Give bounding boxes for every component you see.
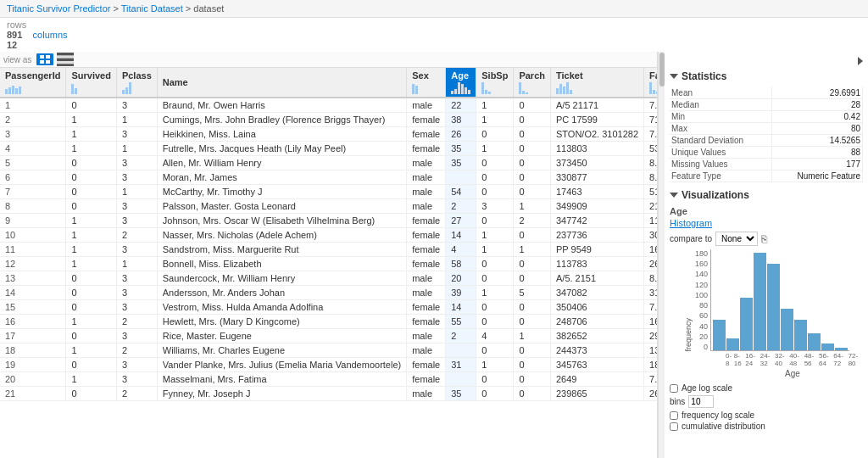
table-cell: 17463	[550, 185, 643, 199]
table-cell: 350406	[550, 300, 643, 315]
table-cell: 8.05	[644, 156, 658, 170]
table-cell: 58	[446, 257, 476, 271]
table-cell: Nasser, Mrs. Nicholas (Adele Achem)	[157, 228, 406, 243]
table-cell: Masselmani, Mrs. Fatima	[157, 372, 406, 387]
table-cell: Johnson, Mrs. Oscar W (Elisabeth Vilhelm…	[157, 214, 406, 228]
stat-value: 0.42	[772, 111, 863, 123]
table-cell: 5	[0, 156, 66, 170]
cumulative-checkbox[interactable]	[670, 422, 678, 431]
histogram-link[interactable]: Histogram	[670, 218, 712, 228]
table-section[interactable]: view as PassengerId	[0, 52, 658, 458]
age-log-scale-checkbox[interactable]	[670, 384, 678, 393]
histogram-bar	[835, 348, 848, 350]
stat-label: Missing Values	[670, 159, 772, 170]
table-cell: 1	[66, 257, 116, 271]
table-row: 1612Hewlett, Mrs. (Mary D Kingcome)femal…	[0, 315, 658, 329]
breadcrumb-link-2[interactable]: Titanic Dataset	[121, 3, 183, 14]
copy-icon[interactable]: ⎘	[761, 233, 767, 245]
table-row: 1703Rice, Master. Eugenemale24138265229.…	[0, 329, 658, 344]
table-cell: 13	[0, 271, 66, 286]
table-cell: 16	[644, 315, 658, 329]
table-row: 2013Masselmani, Mrs. Fatimafemale0026497…	[0, 372, 658, 387]
table-row: 1113Sandstrom, Miss. Marguerite Rutfemal…	[0, 243, 658, 257]
table-cell: 51.8625	[644, 185, 658, 199]
table-cell: 31.275	[644, 286, 658, 300]
stat-value: 80	[772, 123, 863, 135]
list-view-button[interactable]	[57, 53, 74, 65]
table-cell: 0	[476, 127, 514, 142]
table-cell: 21	[0, 387, 66, 401]
col-passengerid[interactable]: PassengerId	[0, 68, 66, 98]
table-cell: 20	[446, 271, 476, 286]
table-cell: A/5. 2151	[550, 271, 643, 286]
stat-value: 29.6991	[772, 87, 863, 99]
columns-label[interactable]: columns	[33, 30, 68, 40]
stats-table: Mean29.6991Median28Min0.42Max80Standard …	[670, 87, 863, 182]
breadcrumb-link-1[interactable]: Titanic Survivor Predictor	[7, 3, 110, 14]
stat-label: Feature Type	[670, 170, 772, 182]
table-cell: 0	[514, 98, 551, 113]
table-cell: McCarthy, Mr. Timothy J	[157, 185, 406, 199]
compare-select[interactable]: None	[715, 232, 758, 246]
compare-label: compare to	[670, 234, 712, 243]
table-cell: 113803	[550, 142, 643, 156]
table-cell: 30.0708	[644, 228, 658, 243]
main-content: view as PassengerId	[0, 52, 868, 458]
table-cell: 38	[446, 113, 476, 127]
table-cell: 0	[476, 271, 514, 286]
table-cell: male	[407, 185, 446, 199]
table-cell: 14	[446, 228, 476, 243]
table-cell: 0	[514, 170, 551, 185]
table-cell: 237736	[550, 228, 643, 243]
table-cell: 0	[476, 344, 514, 358]
table-cell: 2	[116, 387, 157, 401]
histogram-chart: frequency 180 160 140 120 100 80 60 40	[670, 249, 863, 378]
scrollbar[interactable]	[658, 52, 665, 458]
col-age[interactable]: Age	[446, 68, 476, 98]
table-cell: female	[407, 300, 446, 315]
bins-row: bins	[670, 395, 863, 408]
col-ticket[interactable]: Ticket	[550, 68, 643, 98]
table-cell: male	[407, 199, 446, 214]
table-cell: 1	[116, 185, 157, 199]
table-cell: 0	[66, 271, 116, 286]
col-sibsp[interactable]: SibSp	[476, 68, 514, 98]
col-name[interactable]: Name	[157, 68, 406, 98]
table-row: 411Futrelle, Mrs. Jacques Heath (Lily Ma…	[0, 142, 658, 156]
col-parch[interactable]: Parch	[514, 68, 551, 98]
freq-log-scale-checkbox[interactable]	[670, 411, 678, 420]
x-axis-labels: 0-88-1616-2424-3232-4040-4848-5656-6464-…	[722, 352, 863, 367]
table-cell: 2	[116, 315, 157, 329]
table-cell: 113783	[550, 257, 643, 271]
table-cell: 347742	[550, 214, 643, 228]
col-survived[interactable]: Survived	[66, 68, 116, 98]
viz-collapse-icon[interactable]	[670, 193, 678, 198]
table-cell: 26	[644, 387, 658, 401]
table-cell: 1	[476, 142, 514, 156]
table-cell: 2649	[550, 372, 643, 387]
table-cell: male	[407, 156, 446, 170]
col-fare[interactable]: Fare	[644, 68, 658, 98]
table-cell: 0	[476, 387, 514, 401]
col-pclass[interactable]: Pclass	[116, 68, 157, 98]
table-cell: 3	[116, 300, 157, 315]
table-cell: 0	[476, 185, 514, 199]
table-cell: 1	[476, 98, 514, 113]
table-cell: Rice, Master. Eugene	[157, 329, 406, 344]
table-cell: 71.2833	[644, 113, 658, 127]
table-cell: 31	[446, 358, 476, 372]
table-cell: 15	[0, 300, 66, 315]
bins-input[interactable]	[688, 395, 714, 408]
stats-collapse-icon[interactable]	[670, 74, 678, 79]
table-row: 313Heikkinen, Miss. Lainafemale2600STON/…	[0, 127, 658, 142]
grid-view-button[interactable]	[36, 53, 53, 65]
table-cell: 2	[446, 329, 476, 344]
table-cell: 1	[66, 214, 116, 228]
collapse-icon[interactable]	[858, 57, 863, 65]
table-cell: 0	[66, 98, 116, 113]
col-sex[interactable]: Sex	[407, 68, 446, 98]
table-row: 1812Williams, Mr. Charles Eugenemale0024…	[0, 344, 658, 358]
histogram-bar	[767, 264, 780, 350]
cumulative-row: cumulative distribution	[670, 422, 863, 431]
table-cell: 1	[514, 243, 551, 257]
